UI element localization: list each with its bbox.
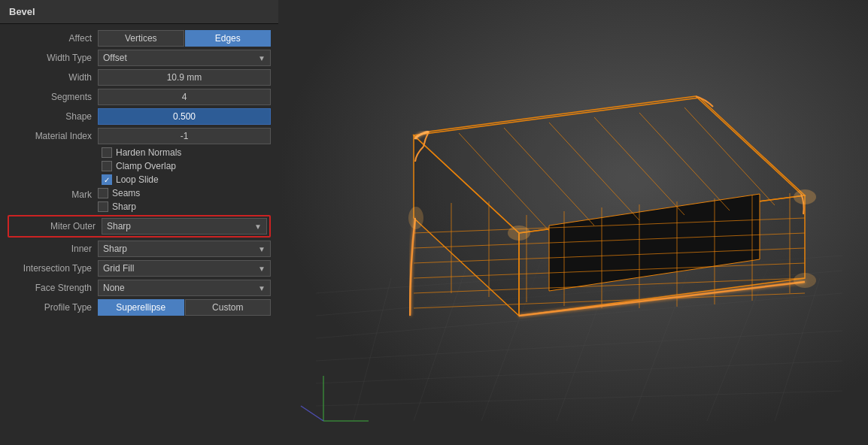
segments-row: Segments 4 (8, 89, 271, 105)
corner-highlight-br (794, 273, 816, 288)
clamp-overlap-checkbox[interactable] (102, 161, 112, 171)
intersection-type-value: Grid Fill (103, 263, 134, 274)
miter-outer-value: Sharp (107, 221, 131, 232)
width-type-label: Width Type (8, 53, 98, 63)
width-type-dropdown[interactable]: Offset ▼ (98, 50, 271, 66)
intersection-type-row: Intersection Type Grid Fill ▼ (8, 260, 271, 277)
sharp-label: Sharp (112, 201, 136, 212)
intersection-type-label: Intersection Type (8, 263, 98, 274)
seams-row: Seams (98, 188, 140, 198)
chevron-down-icon: ▼ (254, 222, 262, 231)
material-index-label: Material Index (8, 131, 98, 141)
shape-label: Shape (8, 111, 98, 122)
shape-input[interactable]: 0.500 (98, 108, 271, 125)
clamp-overlap-label: Clamp Overlap (116, 161, 176, 171)
harden-normals-label: Harden Normals (116, 147, 181, 158)
profile-type-label: Profile Type (8, 302, 98, 313)
shape-row: Shape 0.500 (8, 108, 271, 125)
mark-checks: Seams Sharp (98, 188, 140, 212)
edges-button[interactable]: Edges (185, 30, 272, 47)
clamp-overlap-row: Clamp Overlap (8, 161, 271, 171)
width-type-value: Offset (103, 53, 127, 63)
affect-row: Affect Vertices Edges (8, 30, 271, 47)
sharp-mark-row: Sharp (98, 201, 140, 212)
viewport[interactable] (278, 0, 868, 445)
mark-row: Mark Seams Sharp (8, 188, 271, 212)
miter-outer-row: Miter Outer Sharp ▼ (8, 215, 271, 238)
mark-label: Mark (8, 188, 98, 200)
inner-value: Sharp (103, 244, 127, 254)
affect-buttons: Vertices Edges (98, 30, 271, 47)
face-strength-label: Face Strength (8, 283, 98, 293)
corner-highlight-tl (508, 226, 530, 241)
loop-slide-checkbox[interactable] (102, 174, 112, 185)
seams-checkbox[interactable] (98, 188, 108, 198)
miter-outer-label: Miter Outer (11, 221, 102, 232)
bevel-panel: Bevel Affect Vertices Edges Width Type O… (0, 0, 278, 445)
sharp-checkbox[interactable] (98, 201, 108, 212)
panel-body: Affect Vertices Edges Width Type Offset … (0, 24, 278, 322)
width-input[interactable]: 10.9 mm (98, 69, 271, 86)
corner-highlight-bl (408, 207, 423, 229)
seams-label: Seams (112, 188, 140, 198)
affect-label: Affect (8, 33, 98, 44)
panel-title: Bevel (0, 0, 278, 24)
chevron-down-icon: ▼ (258, 54, 266, 62)
face-strength-row: Face Strength None ▼ (8, 280, 271, 296)
width-label: Width (8, 72, 98, 83)
segments-label: Segments (8, 92, 98, 102)
vertices-button[interactable]: Vertices (98, 30, 184, 47)
material-index-row: Material Index -1 (8, 128, 271, 144)
chevron-down-icon: ▼ (258, 245, 266, 253)
material-index-input[interactable]: -1 (98, 128, 271, 144)
inner-label: Inner (8, 244, 98, 254)
chevron-down-icon: ▼ (258, 284, 266, 292)
width-type-row: Width Type Offset ▼ (8, 50, 271, 66)
intersection-type-dropdown[interactable]: Grid Fill ▼ (98, 260, 271, 277)
segments-input[interactable]: 4 (98, 89, 271, 105)
face-strength-value: None (103, 283, 125, 293)
corner-highlight-tr (794, 189, 816, 204)
3d-object-svg (278, 0, 868, 445)
miter-outer-dropdown[interactable]: Sharp ▼ (102, 218, 267, 235)
chevron-down-icon: ▼ (258, 265, 266, 273)
profile-type-row: Profile Type Superellipse Custom (8, 299, 271, 316)
superellipse-button[interactable]: Superellipse (98, 299, 184, 316)
custom-button[interactable]: Custom (185, 299, 272, 316)
width-row: Width 10.9 mm (8, 69, 271, 86)
inner-dropdown[interactable]: Sharp ▼ (98, 241, 271, 257)
loop-slide-row: Loop Slide (8, 174, 271, 185)
harden-normals-row: Harden Normals (8, 147, 271, 158)
face-strength-dropdown[interactable]: None ▼ (98, 280, 271, 296)
harden-normals-checkbox[interactable] (102, 147, 112, 158)
inner-row: Inner Sharp ▼ (8, 241, 271, 257)
loop-slide-label: Loop Slide (116, 174, 159, 185)
